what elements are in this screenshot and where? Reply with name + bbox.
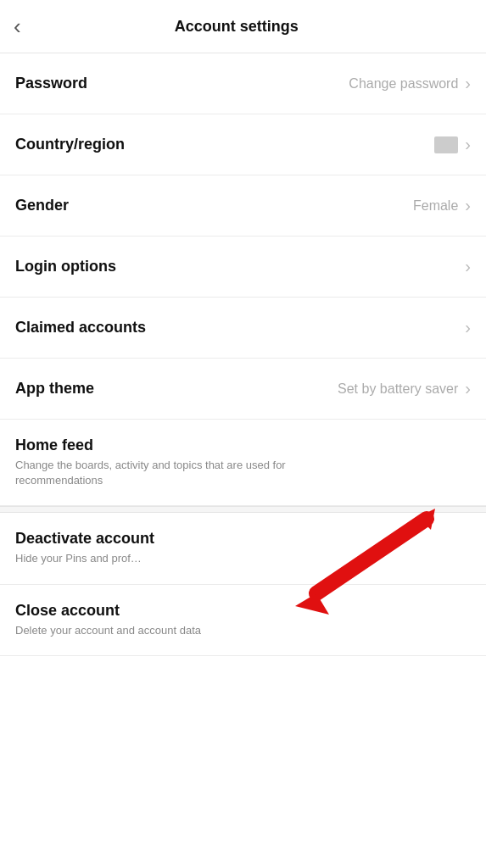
settings-item-feed-left: Home feed Change the boards, activity an… <box>15 437 471 488</box>
settings-item-theme-right: Set by battery saver › <box>338 379 471 398</box>
settings-item-gender-right: Female › <box>413 196 471 215</box>
settings-item-close-sublabel: Delete your account and account data <box>15 623 304 638</box>
settings-item-password[interactable]: Password Change password › <box>0 53 486 114</box>
settings-item-country-label: Country/region <box>15 136 434 153</box>
settings-item-country-left: Country/region <box>15 136 434 153</box>
settings-item-theme-value: Set by battery saver <box>338 381 458 397</box>
settings-item-gender-label: Gender <box>15 197 413 214</box>
settings-item-country-region[interactable]: Country/region › <box>0 114 486 175</box>
settings-item-claimed-label: Claimed accounts <box>15 319 465 337</box>
settings-item-theme-label: App theme <box>15 380 338 398</box>
chevron-icon: › <box>465 196 471 215</box>
section-divider <box>0 506 486 513</box>
settings-item-feed-sublabel: Change the boards, activity and topics t… <box>15 458 304 488</box>
settings-item-password-left: Password <box>15 75 349 92</box>
settings-item-app-theme[interactable]: App theme Set by battery saver › <box>0 359 486 420</box>
settings-item-close-account[interactable]: Close account Delete your account and ac… <box>0 585 486 656</box>
settings-item-gender-value: Female <box>413 198 458 214</box>
settings-item-login-left: Login options <box>15 258 465 275</box>
header: ‹ Account settings <box>0 0 486 53</box>
settings-item-password-label: Password <box>15 75 349 92</box>
settings-item-login-right: › <box>465 257 471 276</box>
bottom-section: Deactivate account Hide your Pins and pr… <box>0 513 486 655</box>
chevron-icon: › <box>465 257 471 276</box>
settings-item-deactivate-sublabel: Hide your Pins and prof… <box>15 551 304 566</box>
flag-icon <box>434 136 458 153</box>
settings-item-home-feed[interactable]: Home feed Change the boards, activity an… <box>0 420 486 506</box>
settings-item-claimed-right: › <box>465 318 471 337</box>
settings-item-login-label: Login options <box>15 258 465 275</box>
settings-item-gender[interactable]: Gender Female › <box>0 175 486 236</box>
chevron-icon: › <box>465 135 471 154</box>
back-button[interactable]: ‹ <box>14 12 28 41</box>
settings-item-login-options[interactable]: Login options › <box>0 236 486 298</box>
chevron-icon: › <box>465 318 471 337</box>
settings-item-deactivate-label: Deactivate account <box>15 530 471 548</box>
settings-item-claimed-accounts[interactable]: Claimed accounts › <box>0 298 486 359</box>
settings-item-deactivate[interactable]: Deactivate account Hide your Pins and pr… <box>0 513 486 584</box>
settings-item-country-right: › <box>434 135 471 154</box>
settings-item-password-right: Change password › <box>349 74 471 93</box>
settings-item-claimed-left: Claimed accounts <box>15 319 465 337</box>
settings-item-close-label: Close account <box>15 602 471 620</box>
settings-item-close-left: Close account Delete your account and ac… <box>15 602 471 638</box>
settings-item-theme-left: App theme <box>15 380 338 398</box>
chevron-icon: › <box>465 379 471 398</box>
chevron-icon: › <box>465 74 471 93</box>
settings-item-deactivate-left: Deactivate account Hide your Pins and pr… <box>15 530 471 566</box>
settings-list: Password Change password › Country/regio… <box>0 53 486 506</box>
settings-item-gender-left: Gender <box>15 197 413 214</box>
settings-item-feed-label: Home feed <box>15 437 471 454</box>
settings-item-password-value: Change password <box>349 76 458 92</box>
page-title: Account settings <box>28 18 445 36</box>
